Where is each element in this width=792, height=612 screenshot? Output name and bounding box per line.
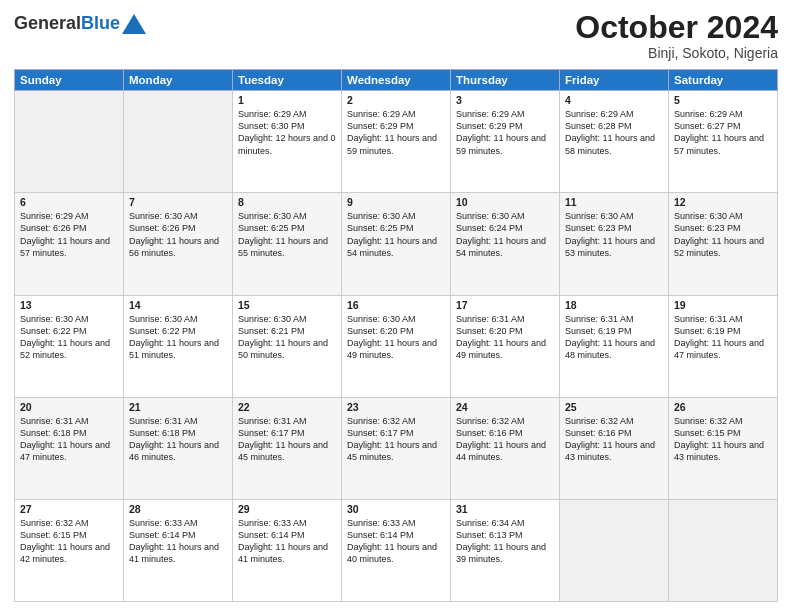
calendar-cell [669,499,778,601]
day-info: Sunrise: 6:29 AM Sunset: 6:28 PM Dayligh… [565,108,663,157]
day-info: Sunrise: 6:33 AM Sunset: 6:14 PM Dayligh… [347,517,445,566]
day-info: Sunrise: 6:31 AM Sunset: 6:19 PM Dayligh… [565,313,663,362]
day-info: Sunrise: 6:32 AM Sunset: 6:17 PM Dayligh… [347,415,445,464]
month-title: October 2024 [575,10,778,45]
day-info: Sunrise: 6:30 AM Sunset: 6:25 PM Dayligh… [238,210,336,259]
day-info: Sunrise: 6:32 AM Sunset: 6:16 PM Dayligh… [456,415,554,464]
calendar-cell: 10Sunrise: 6:30 AM Sunset: 6:24 PM Dayli… [451,193,560,295]
day-info: Sunrise: 6:31 AM Sunset: 6:18 PM Dayligh… [129,415,227,464]
day-info: Sunrise: 6:32 AM Sunset: 6:15 PM Dayligh… [674,415,772,464]
col-sunday: Sunday [15,70,124,91]
day-number: 3 [456,94,554,106]
day-info: Sunrise: 6:29 AM Sunset: 6:30 PM Dayligh… [238,108,336,157]
calendar-cell: 28Sunrise: 6:33 AM Sunset: 6:14 PM Dayli… [124,499,233,601]
day-number: 30 [347,503,445,515]
calendar-cell: 29Sunrise: 6:33 AM Sunset: 6:14 PM Dayli… [233,499,342,601]
day-number: 12 [674,196,772,208]
logo-arrow-icon [122,14,146,34]
header-row: Sunday Monday Tuesday Wednesday Thursday… [15,70,778,91]
day-info: Sunrise: 6:29 AM Sunset: 6:29 PM Dayligh… [347,108,445,157]
day-number: 20 [20,401,118,413]
calendar-cell: 19Sunrise: 6:31 AM Sunset: 6:19 PM Dayli… [669,295,778,397]
calendar-cell: 13Sunrise: 6:30 AM Sunset: 6:22 PM Dayli… [15,295,124,397]
day-info: Sunrise: 6:33 AM Sunset: 6:14 PM Dayligh… [129,517,227,566]
day-number: 21 [129,401,227,413]
logo-general: General [14,13,81,33]
header: GeneralBlue Blue October 2024 Binji, Sok… [14,10,778,61]
calendar-cell: 8Sunrise: 6:30 AM Sunset: 6:25 PM Daylig… [233,193,342,295]
calendar-cell: 5Sunrise: 6:29 AM Sunset: 6:27 PM Daylig… [669,91,778,193]
day-info: Sunrise: 6:30 AM Sunset: 6:23 PM Dayligh… [565,210,663,259]
day-number: 11 [565,196,663,208]
day-number: 1 [238,94,336,106]
calendar-cell: 3Sunrise: 6:29 AM Sunset: 6:29 PM Daylig… [451,91,560,193]
day-info: Sunrise: 6:30 AM Sunset: 6:22 PM Dayligh… [129,313,227,362]
col-thursday: Thursday [451,70,560,91]
calendar-cell: 25Sunrise: 6:32 AM Sunset: 6:16 PM Dayli… [560,397,669,499]
day-info: Sunrise: 6:31 AM Sunset: 6:19 PM Dayligh… [674,313,772,362]
calendar-cell: 24Sunrise: 6:32 AM Sunset: 6:16 PM Dayli… [451,397,560,499]
calendar-cell: 4Sunrise: 6:29 AM Sunset: 6:28 PM Daylig… [560,91,669,193]
page: GeneralBlue Blue October 2024 Binji, Sok… [0,0,792,612]
calendar-cell: 1Sunrise: 6:29 AM Sunset: 6:30 PM Daylig… [233,91,342,193]
day-info: Sunrise: 6:29 AM Sunset: 6:26 PM Dayligh… [20,210,118,259]
calendar-cell: 27Sunrise: 6:32 AM Sunset: 6:15 PM Dayli… [15,499,124,601]
calendar-cell: 20Sunrise: 6:31 AM Sunset: 6:18 PM Dayli… [15,397,124,499]
day-info: Sunrise: 6:30 AM Sunset: 6:22 PM Dayligh… [20,313,118,362]
day-number: 16 [347,299,445,311]
day-number: 22 [238,401,336,413]
logo: GeneralBlue Blue [14,14,146,34]
day-number: 13 [20,299,118,311]
col-saturday: Saturday [669,70,778,91]
day-info: Sunrise: 6:31 AM Sunset: 6:18 PM Dayligh… [20,415,118,464]
day-info: Sunrise: 6:34 AM Sunset: 6:13 PM Dayligh… [456,517,554,566]
day-info: Sunrise: 6:30 AM Sunset: 6:25 PM Dayligh… [347,210,445,259]
calendar-week-2: 13Sunrise: 6:30 AM Sunset: 6:22 PM Dayli… [15,295,778,397]
calendar-cell: 26Sunrise: 6:32 AM Sunset: 6:15 PM Dayli… [669,397,778,499]
day-info: Sunrise: 6:32 AM Sunset: 6:16 PM Dayligh… [565,415,663,464]
day-number: 27 [20,503,118,515]
day-info: Sunrise: 6:32 AM Sunset: 6:15 PM Dayligh… [20,517,118,566]
col-monday: Monday [124,70,233,91]
col-wednesday: Wednesday [342,70,451,91]
day-number: 18 [565,299,663,311]
calendar-cell: 15Sunrise: 6:30 AM Sunset: 6:21 PM Dayli… [233,295,342,397]
calendar-cell: 30Sunrise: 6:33 AM Sunset: 6:14 PM Dayli… [342,499,451,601]
day-number: 19 [674,299,772,311]
day-info: Sunrise: 6:30 AM Sunset: 6:26 PM Dayligh… [129,210,227,259]
day-number: 28 [129,503,227,515]
day-info: Sunrise: 6:31 AM Sunset: 6:20 PM Dayligh… [456,313,554,362]
day-number: 10 [456,196,554,208]
title-block: October 2024 Binji, Sokoto, Nigeria [575,10,778,61]
calendar-cell [124,91,233,193]
day-number: 2 [347,94,445,106]
calendar-cell: 31Sunrise: 6:34 AM Sunset: 6:13 PM Dayli… [451,499,560,601]
logo-blue: Blue [81,13,120,33]
calendar-cell: 11Sunrise: 6:30 AM Sunset: 6:23 PM Dayli… [560,193,669,295]
day-info: Sunrise: 6:29 AM Sunset: 6:29 PM Dayligh… [456,108,554,157]
day-info: Sunrise: 6:29 AM Sunset: 6:27 PM Dayligh… [674,108,772,157]
day-number: 17 [456,299,554,311]
calendar-cell: 6Sunrise: 6:29 AM Sunset: 6:26 PM Daylig… [15,193,124,295]
calendar-cell [15,91,124,193]
day-number: 14 [129,299,227,311]
day-number: 8 [238,196,336,208]
day-number: 31 [456,503,554,515]
calendar-cell: 7Sunrise: 6:30 AM Sunset: 6:26 PM Daylig… [124,193,233,295]
calendar-table: Sunday Monday Tuesday Wednesday Thursday… [14,69,778,602]
day-number: 25 [565,401,663,413]
day-number: 4 [565,94,663,106]
calendar-cell [560,499,669,601]
calendar-week-1: 6Sunrise: 6:29 AM Sunset: 6:26 PM Daylig… [15,193,778,295]
day-number: 9 [347,196,445,208]
day-number: 26 [674,401,772,413]
calendar-week-3: 20Sunrise: 6:31 AM Sunset: 6:18 PM Dayli… [15,397,778,499]
calendar-week-4: 27Sunrise: 6:32 AM Sunset: 6:15 PM Dayli… [15,499,778,601]
calendar-cell: 18Sunrise: 6:31 AM Sunset: 6:19 PM Dayli… [560,295,669,397]
calendar-cell: 2Sunrise: 6:29 AM Sunset: 6:29 PM Daylig… [342,91,451,193]
logo-text: GeneralBlue [14,14,120,34]
day-number: 24 [456,401,554,413]
day-number: 23 [347,401,445,413]
svg-marker-0 [122,14,146,34]
day-number: 7 [129,196,227,208]
